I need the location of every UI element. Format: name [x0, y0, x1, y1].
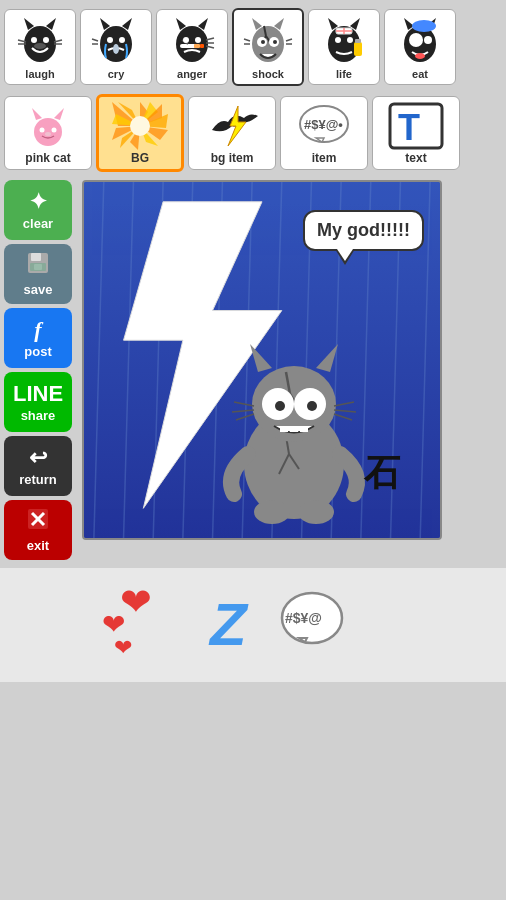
facebook-icon: f — [34, 317, 41, 343]
svg-point-65 — [40, 128, 45, 133]
emotion-shock[interactable]: shock — [232, 8, 304, 86]
svg-rect-53 — [355, 39, 361, 43]
svg-point-113 — [298, 500, 334, 524]
emotion-life-icon — [318, 14, 370, 66]
speech-text: My god!!!!! — [317, 220, 410, 240]
svg-point-80 — [130, 116, 150, 136]
sticker-bg[interactable]: BG — [96, 94, 184, 172]
sticker-bg-icon — [110, 101, 170, 151]
svg-rect-52 — [354, 42, 362, 56]
svg-point-122 — [275, 401, 285, 411]
svg-point-5 — [34, 43, 46, 49]
svg-line-131 — [334, 410, 356, 412]
emotion-anger-icon — [166, 14, 218, 66]
emotion-bar: laugh cry — [0, 0, 506, 90]
svg-point-14 — [119, 37, 125, 43]
sticker-pinkcat-icon — [18, 101, 78, 151]
sticker-text-icon: T — [386, 101, 446, 151]
heart-icon-3: ❤ — [114, 635, 132, 661]
save-icon — [26, 251, 50, 281]
svg-point-13 — [107, 37, 113, 43]
emotion-anger[interactable]: anger — [156, 9, 228, 85]
svg-point-58 — [424, 36, 432, 44]
sticker-bgitem[interactable]: bg item — [188, 96, 276, 170]
hearts-sticker[interactable]: ❤ ❤ ❤ — [100, 580, 180, 670]
share-button[interactable]: LINE share — [4, 372, 72, 432]
main-area: ✦ clear save f post LINE share ↩ ret — [0, 176, 506, 564]
post-button[interactable]: f post — [4, 308, 72, 368]
emotion-shock-icon — [242, 14, 294, 66]
character — [204, 324, 384, 528]
share-label: share — [21, 408, 56, 423]
svg-rect-22 — [194, 44, 200, 48]
svg-line-42 — [286, 39, 292, 41]
svg-point-26 — [195, 37, 201, 43]
canvas-area[interactable]: My god!!!!! — [82, 180, 442, 540]
return-label: return — [19, 472, 57, 487]
svg-text:#$¥@•: #$¥@• — [304, 117, 343, 132]
emotion-cry-label: cry — [108, 68, 125, 80]
speech-symbol-sticker[interactable]: #$¥@ — [277, 588, 347, 662]
sticker-item[interactable]: #$¥@• item — [280, 96, 368, 170]
svg-point-3 — [31, 37, 37, 43]
line-icon: LINE — [13, 381, 63, 407]
svg-rect-124 — [280, 426, 288, 432]
svg-line-132 — [334, 414, 352, 420]
clear-label: clear — [23, 216, 53, 231]
sticker-bgitem-icon — [202, 101, 262, 151]
z-icon: Z — [210, 591, 247, 658]
svg-point-39 — [273, 40, 277, 44]
svg-rect-126 — [300, 426, 308, 432]
emotion-laugh[interactable]: laugh — [4, 9, 76, 85]
sticker-item-label: item — [312, 151, 337, 165]
sticker-bgitem-label: bg item — [211, 151, 254, 165]
svg-point-67 — [45, 132, 51, 136]
svg-line-130 — [334, 402, 354, 406]
emotion-shock-label: shock — [252, 68, 284, 80]
exit-button[interactable]: exit — [4, 500, 72, 560]
exit-label: exit — [27, 538, 49, 553]
post-label: post — [24, 344, 51, 359]
canvas-inner: My god!!!!! — [84, 182, 440, 538]
svg-line-27 — [206, 38, 214, 40]
svg-marker-81 — [228, 106, 246, 146]
svg-marker-64 — [54, 108, 64, 120]
svg-rect-21 — [180, 44, 196, 48]
svg-point-66 — [52, 128, 57, 133]
emotion-eat-icon — [394, 14, 446, 66]
sidebar: ✦ clear save f post LINE share ↩ ret — [4, 180, 76, 560]
clear-icon: ✦ — [29, 189, 47, 215]
svg-marker-119 — [316, 344, 338, 372]
svg-rect-88 — [31, 253, 41, 261]
emotion-eat-label: eat — [412, 68, 428, 80]
z-sticker[interactable]: Z — [210, 595, 247, 655]
speech-bubble: My god!!!!! — [303, 210, 424, 251]
emotion-life[interactable]: life — [308, 9, 380, 85]
sticker-pinkcat[interactable]: pink cat — [4, 96, 92, 170]
svg-rect-125 — [290, 426, 298, 432]
svg-point-15 — [113, 44, 119, 54]
svg-point-123 — [307, 401, 317, 411]
return-icon: ↩ — [29, 445, 47, 471]
clear-button[interactable]: ✦ clear — [4, 180, 72, 240]
exit-icon — [26, 507, 50, 537]
svg-text:T: T — [398, 107, 420, 148]
sticker-text-label: text — [405, 151, 426, 165]
return-button[interactable]: ↩ return — [4, 436, 72, 496]
svg-line-128 — [232, 410, 254, 412]
emotion-anger-label: anger — [177, 68, 207, 80]
emotion-eat[interactable]: eat — [384, 9, 456, 85]
svg-point-59 — [415, 53, 425, 59]
svg-text:#$¥@: #$¥@ — [285, 610, 322, 626]
save-button[interactable]: save — [4, 244, 72, 304]
svg-point-57 — [409, 33, 423, 47]
emotion-laugh-label: laugh — [25, 68, 54, 80]
svg-point-47 — [335, 37, 341, 43]
emotion-life-label: life — [336, 68, 352, 80]
sticker-text[interactable]: T text — [372, 96, 460, 170]
svg-point-48 — [347, 37, 353, 43]
emotion-cry[interactable]: cry — [80, 9, 152, 85]
svg-marker-118 — [250, 344, 272, 372]
sticker-item-icon: #$¥@• — [294, 101, 354, 151]
save-label: save — [24, 282, 53, 297]
